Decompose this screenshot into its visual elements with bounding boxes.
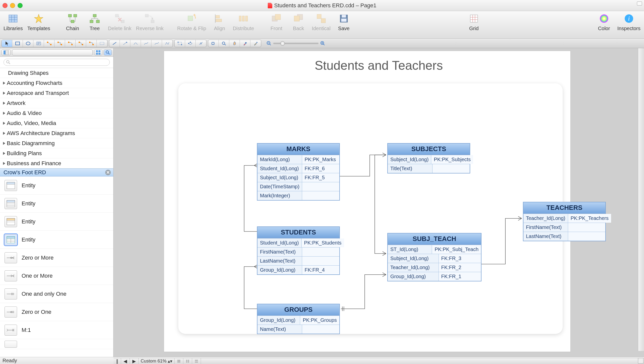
round-connector-tool[interactable]: [86, 40, 97, 47]
shape-item[interactable]: Entity: [0, 231, 113, 249]
entity-subj-teach[interactable]: SUBJ_TEACH ST_Id(Long)PK:PK_Subj_Teach S…: [387, 233, 481, 281]
shape-item[interactable]: Entity: [0, 213, 113, 231]
toolbar-collapse-button[interactable]: [637, 2, 642, 6]
sidebar-header: [0, 48, 113, 57]
next-page-button[interactable]: ▶: [130, 358, 139, 364]
shape-item[interactable]: One or More: [0, 267, 113, 285]
distribute-button[interactable]: Distribute: [233, 13, 254, 31]
reverse-link-button[interactable]: Reverse link: [136, 13, 164, 31]
library-category[interactable]: Aerospace and Transport: [0, 88, 113, 98]
view-mode-2[interactable]: [183, 358, 192, 364]
delete-link-button[interactable]: Delete link: [108, 13, 131, 31]
zoom-fit-tool[interactable]: [208, 40, 219, 47]
close-library-icon[interactable]: ×: [105, 170, 111, 175]
eyedropper-tool[interactable]: [240, 40, 250, 47]
split-toggle[interactable]: ‖: [114, 358, 121, 364]
color-button[interactable]: Color: [595, 13, 613, 31]
shape-item[interactable]: Zero or One: [0, 303, 113, 321]
grid-button[interactable]: Grid: [465, 13, 483, 31]
library-category[interactable]: AWS Architecture Diagrams: [0, 128, 113, 138]
library-panel-toggle[interactable]: [2, 49, 11, 55]
zoom-combo[interactable]: Custom 61% ▴▾: [139, 358, 175, 364]
bezier-connector-tool[interactable]: [76, 40, 86, 47]
save-button[interactable]: Save: [335, 13, 353, 31]
arrow-line-tool[interactable]: [120, 40, 130, 47]
text-tool[interactable]: [33, 40, 44, 47]
front-button[interactable]: Front: [267, 13, 285, 31]
stepper-icon: ▴▾: [168, 358, 172, 364]
entity-header: SUBJECTS: [388, 144, 470, 155]
canvas-area[interactable]: Students and Teachers: [114, 48, 644, 357]
edit-connectors-tool[interactable]: [196, 40, 206, 47]
entity-teachers[interactable]: TEACHERS Teacher_Id(Long)PK:PK_Teachers …: [523, 202, 606, 241]
back-button[interactable]: Back: [290, 13, 307, 31]
svg-line-48: [48, 42, 50, 44]
library-category-list[interactable]: Drawing Shapes Accounting Flowcharts Aer…: [0, 68, 113, 168]
library-category[interactable]: Drawing Shapes: [0, 68, 113, 78]
polyline-tool[interactable]: [162, 40, 173, 47]
bezier-tool[interactable]: [151, 40, 162, 47]
shape-icon: [5, 341, 17, 348]
svg-rect-128: [186, 360, 187, 363]
edit-points-tool[interactable]: [185, 40, 196, 47]
line-tool[interactable]: [109, 40, 120, 47]
edit-segments-tool[interactable]: [175, 40, 185, 47]
library-search-input[interactable]: [12, 60, 107, 64]
library-category[interactable]: Artwork: [0, 98, 113, 108]
rotate-flip-button[interactable]: Rotate & Flip: [177, 13, 206, 31]
spline-tool-2[interactable]: [141, 40, 151, 47]
spline-tool[interactable]: [97, 40, 107, 47]
ellipse-tool[interactable]: [23, 40, 33, 47]
hand-tool[interactable]: [229, 40, 240, 47]
align-button[interactable]: Align: [211, 13, 228, 31]
sidebar-search-toggle[interactable]: [104, 49, 112, 55]
entity-marks[interactable]: MARKS MarkId(Long)PK:PK_Marks Student_Id…: [257, 143, 340, 201]
vertical-scrollbar[interactable]: [638, 48, 644, 351]
view-mode-3[interactable]: [192, 358, 201, 364]
sidebar-search-input[interactable]: [12, 50, 92, 54]
arc-tool[interactable]: [130, 40, 141, 47]
chain-button[interactable]: Chain: [64, 13, 81, 31]
library-category[interactable]: Basic Diagramming: [0, 138, 113, 148]
shapes-list[interactable]: Entity Entity Entity Entity Zero or More…: [0, 176, 113, 357]
library-search-field[interactable]: [4, 59, 110, 66]
shape-item[interactable]: Entity: [0, 195, 113, 213]
smart-connector-tool[interactable]: [55, 40, 65, 47]
library-category[interactable]: Accounting Flowcharts: [0, 78, 113, 88]
format-painter-tool[interactable]: [250, 40, 261, 47]
tree-button[interactable]: Tree: [86, 13, 103, 31]
zoom-track[interactable]: [273, 43, 318, 44]
rectangle-tool[interactable]: [12, 40, 23, 47]
identical-button[interactable]: Identical: [312, 13, 331, 31]
svg-rect-52: [71, 44, 73, 45]
shape-item[interactable]: Entity: [0, 176, 113, 195]
zoom-tool[interactable]: [219, 40, 229, 47]
shape-item[interactable]: M:1: [0, 321, 113, 339]
library-category[interactable]: Audio, Video, Media: [0, 118, 113, 128]
pointer-tool[interactable]: [2, 40, 12, 47]
shape-item[interactable]: Zero or More: [0, 249, 113, 267]
library-category[interactable]: Building Plans: [0, 148, 113, 158]
entity-subjects[interactable]: SUBJECTS Subject_Id(Long)PK:PK_Subjects …: [387, 143, 470, 173]
inspectors-label: Inspectors: [617, 26, 640, 31]
zoom-knob[interactable]: [280, 41, 285, 46]
templates-button[interactable]: Templates: [27, 13, 50, 31]
direct-connector-tool[interactable]: [44, 40, 55, 47]
library-category[interactable]: Business and Finance: [0, 158, 113, 168]
entity-groups[interactable]: GROUPS Group_Id(Long)PK:PK_Groups Name(T…: [257, 304, 340, 334]
sidebar-grid-view[interactable]: [94, 49, 102, 55]
entity-students[interactable]: STUDENTS Student_Id(Long)PK:PK_Students …: [257, 226, 340, 275]
shape-item[interactable]: One and only One: [0, 285, 113, 303]
view-mode-1[interactable]: [175, 358, 183, 364]
library-category[interactable]: Audio & Video: [0, 108, 113, 118]
prev-page-button[interactable]: ◀: [121, 358, 130, 364]
libraries-button[interactable]: Libraries: [4, 13, 23, 31]
shape-item[interactable]: [0, 339, 113, 349]
selected-library-header[interactable]: Crow's Foot ERD ×: [0, 168, 113, 176]
resize-corner[interactable]: [638, 358, 643, 363]
sidebar-search[interactable]: [12, 49, 93, 55]
arc-connector-tool[interactable]: [65, 40, 76, 47]
zoom-in-icon[interactable]: [320, 41, 326, 46]
zoom-out-icon[interactable]: [266, 41, 272, 46]
inspectors-button[interactable]: i Inspectors: [617, 13, 640, 31]
